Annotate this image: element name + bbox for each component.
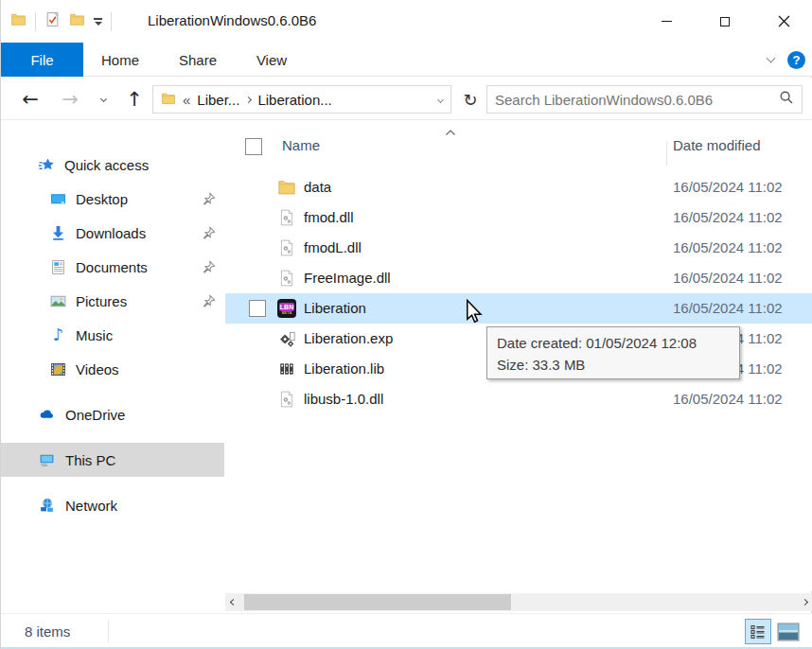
picture-photo-icon	[50, 293, 66, 309]
address-folder-icon	[161, 91, 176, 109]
file-name: libusb-1.0.dll	[304, 391, 383, 407]
file-name: Liberation.exp	[304, 330, 393, 346]
scroll-left-icon[interactable]	[225, 593, 241, 611]
breadcrumb-overflow[interactable]: «	[183, 92, 190, 108]
sidebar-item-label: Desktop	[76, 191, 128, 207]
film-frame-icon	[50, 361, 66, 377]
search-input[interactable]	[495, 92, 779, 108]
sidebar-item-onedrive[interactable]: OneDrive	[1, 397, 224, 431]
tab-view[interactable]: View	[239, 43, 304, 77]
details-view-button[interactable]	[745, 619, 771, 644]
maximize-icon	[720, 17, 730, 26]
breadcrumb-segment-parent[interactable]: Liber...	[197, 92, 239, 108]
file-date-modified: 16/05/2024 11:02	[673, 270, 783, 286]
close-icon	[778, 15, 790, 27]
status-bar: 8 items	[1, 613, 812, 647]
file-name: data	[304, 179, 331, 195]
column-divider[interactable]	[666, 141, 667, 166]
window-title: LiberationWindows0.6.0B6	[148, 12, 316, 28]
sidebar-item-downloads[interactable]: Downloads	[1, 216, 224, 250]
breadcrumb-segment-current[interactable]: Liberation...	[257, 92, 331, 108]
quick-access-star-icon	[39, 157, 55, 173]
tab-home[interactable]: Home	[84, 43, 156, 77]
music-note-icon: ♪	[50, 327, 66, 343]
onedrive-cloud-icon	[39, 407, 55, 423]
maximize-button[interactable]	[696, 0, 754, 43]
file-info-tooltip: Date created: 01/05/2024 12:08 Size: 33.…	[486, 326, 740, 379]
column-header-date-modified[interactable]: Date modified	[673, 137, 761, 153]
horizontal-scrollbar[interactable]	[225, 593, 812, 611]
file-row-liberation-selected[interactable]: LBN BETA Liberation 16/05/2024 11:02	[225, 293, 812, 324]
file-date-modified: 16/05/2024 11:02	[673, 179, 783, 195]
address-bar[interactable]: « Liber... Liberation...	[152, 85, 451, 114]
divider	[111, 12, 112, 31]
search-icon[interactable]	[779, 90, 794, 109]
file-date-modified: 16/05/2024 11:02	[673, 391, 783, 407]
address-dropdown-chevron-icon[interactable]	[437, 96, 444, 102]
select-all-checkbox[interactable]	[245, 138, 262, 155]
sidebar-item-quick-access[interactable]: Quick access	[1, 148, 224, 182]
minimize-button[interactable]	[637, 0, 696, 43]
item-count: 8 items	[25, 623, 70, 640]
sidebar-item-label: Pictures	[76, 293, 127, 309]
scroll-right-icon[interactable]	[797, 593, 812, 611]
sidebar-item-desktop[interactable]: Desktop	[1, 182, 224, 216]
customize-toolbar-dropdown-icon[interactable]	[94, 18, 102, 26]
pin-icon	[202, 260, 216, 274]
file-date-modified: 16/05/2024 11:02	[673, 209, 783, 225]
recent-locations-chevron-icon[interactable]	[92, 78, 115, 120]
navigation-pane: Quick access Desktop Downloads Doc	[1, 120, 224, 591]
back-button[interactable]: ←	[16, 78, 44, 120]
lib-file-icon	[277, 360, 296, 378]
tab-share[interactable]: Share	[158, 43, 238, 77]
file-row-libusb-dll[interactable]: libusb-1.0.dll 16/05/2024 11:02	[225, 384, 812, 414]
file-explorer-window: LiberationWindows0.6.0B6 File Home Share…	[0, 0, 812, 649]
ribbon-tab-bar: File Home Share View ?	[1, 43, 812, 77]
up-button[interactable]: ↑	[120, 78, 149, 120]
tab-file[interactable]: File	[1, 43, 83, 77]
column-header-name[interactable]: Name	[282, 137, 320, 153]
downloads-arrow-icon	[50, 225, 66, 241]
dll-file-icon	[277, 390, 296, 409]
network-globe-icon	[39, 498, 55, 514]
scrollbar-thumb[interactable]	[244, 594, 511, 610]
file-row-data[interactable]: data 16/05/2024 11:02	[225, 172, 812, 202]
thumbnail-view-button[interactable]	[775, 621, 801, 643]
sidebar-item-videos[interactable]: Videos	[1, 352, 224, 386]
help-icon[interactable]: ?	[787, 51, 805, 69]
details-view-icon	[750, 623, 767, 640]
quick-access-toolbar	[10, 11, 112, 31]
file-row-freeimage-dll[interactable]: FreeImage.dll 16/05/2024 11:02	[225, 263, 812, 293]
file-row-fmodl-dll[interactable]: fmodL.dll 16/05/2024 11:02	[225, 233, 812, 263]
file-row-fmod-dll[interactable]: fmod.dll 16/05/2024 11:02	[225, 202, 812, 233]
close-button[interactable]	[754, 0, 812, 43]
window-controls	[637, 0, 812, 43]
forward-button[interactable]: →	[56, 78, 84, 120]
refresh-button[interactable]: ↻	[457, 85, 484, 114]
this-pc-monitor-icon	[39, 452, 55, 468]
sidebar-item-network[interactable]: Network	[1, 488, 224, 522]
explorer-folder-icon	[10, 11, 26, 31]
sidebar-item-music[interactable]: ♪ Music	[1, 318, 224, 352]
pin-icon	[202, 294, 216, 308]
navigation-bar: ← → ↑ « Liber... Liberation... ↻	[1, 78, 812, 120]
file-date-modified: 16/05/2024 11:02	[673, 239, 783, 255]
sidebar-item-label: Downloads	[76, 225, 146, 241]
properties-check-icon[interactable]	[44, 11, 61, 31]
pin-icon	[202, 192, 216, 206]
sidebar-item-label: OneDrive	[65, 407, 125, 423]
sidebar-item-pictures[interactable]: Pictures	[1, 284, 224, 318]
sidebar-item-label: Quick access	[64, 157, 149, 173]
search-box[interactable]	[486, 85, 803, 114]
breadcrumb-separator-icon[interactable]	[245, 96, 252, 102]
file-name: fmodL.dll	[304, 239, 362, 255]
sidebar-item-this-pc[interactable]: This PC	[1, 443, 224, 477]
expand-ribbon-chevron-icon[interactable]	[767, 54, 776, 63]
row-checkbox[interactable]	[249, 300, 266, 317]
sidebar-item-label: Documents	[76, 259, 148, 275]
new-folder-icon[interactable]	[69, 11, 85, 31]
file-name: Liberation.lib	[304, 360, 384, 377]
pin-icon	[202, 226, 216, 240]
thumbnail-view-icon	[777, 623, 800, 641]
sidebar-item-documents[interactable]: Documents	[1, 250, 224, 284]
